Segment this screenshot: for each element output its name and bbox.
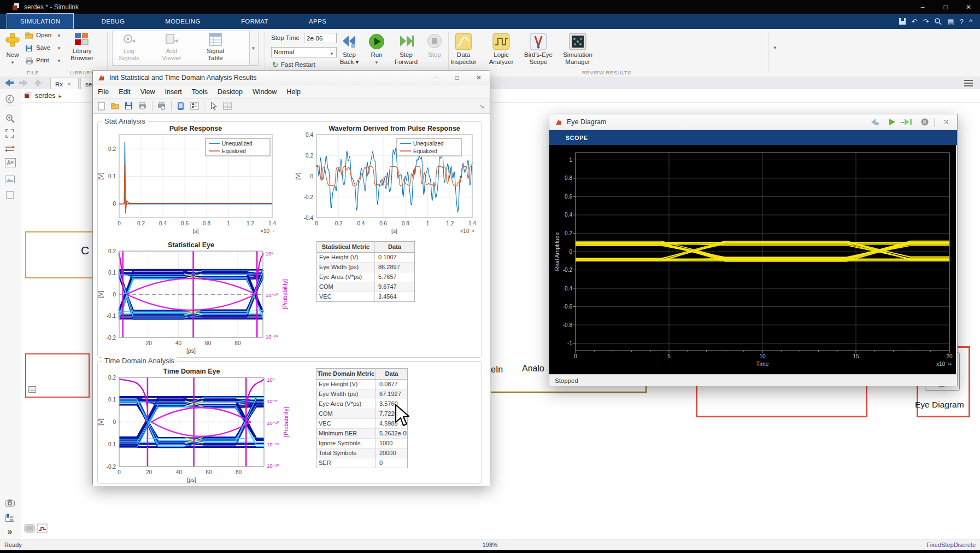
camera-icon[interactable] xyxy=(4,497,16,509)
forward-icon[interactable] xyxy=(19,79,28,87)
fit-to-view-icon[interactable] xyxy=(4,127,16,139)
tab-format[interactable]: FORMAT xyxy=(228,14,281,29)
breadcrumb-model[interactable]: serdes xyxy=(35,92,56,100)
run-icon[interactable] xyxy=(368,33,385,50)
table-row[interactable]: Eye Area (V*ps)3.5760 xyxy=(316,399,407,409)
table-row[interactable]: COM9.6747 xyxy=(317,282,414,292)
close-icon[interactable]: ✕ xyxy=(957,0,980,14)
redo-icon[interactable]: ↷ xyxy=(923,18,929,26)
collapse-ribbon-icon[interactable]: ^ xyxy=(969,18,972,26)
zoom-icon[interactable] xyxy=(4,112,16,124)
scope-step-back-icon[interactable] xyxy=(869,116,882,127)
add-viewer-button[interactable]: AddViewer xyxy=(150,48,193,62)
viewer-marks-icon[interactable] xyxy=(4,511,16,523)
print-preview-icon[interactable] xyxy=(157,102,166,110)
maximize-icon[interactable]: □ xyxy=(446,74,468,82)
menu-item-insert[interactable]: Insert xyxy=(160,88,187,96)
help-icon[interactable]: ? xyxy=(960,18,964,26)
log-signals-button[interactable]: LogSignals xyxy=(107,48,151,62)
table-row[interactable]: Statistical MetricData xyxy=(317,242,414,253)
table-row[interactable]: Eye Height (V)0.0877 xyxy=(316,380,407,389)
scope-stop-icon[interactable] xyxy=(918,116,931,127)
time-domain-metric-table[interactable]: Time Domain MetricDataEye Height (V)0.08… xyxy=(316,368,408,468)
menu-item-file[interactable]: File xyxy=(93,88,114,96)
save-figure-icon[interactable] xyxy=(125,102,133,110)
tab-close-icon[interactable]: ✕ xyxy=(67,82,72,87)
minimize-icon[interactable]: – xyxy=(911,0,934,14)
menu-item-desktop[interactable]: Desktop xyxy=(213,88,248,96)
table-row[interactable]: Eye Height (V)0.1007 xyxy=(317,253,414,263)
area-icon[interactable] xyxy=(4,189,16,201)
data-inspector-button[interactable]: DataInspector xyxy=(442,51,485,66)
new-figure-icon[interactable] xyxy=(97,102,106,110)
birds-eye-scope-button[interactable]: Bird's-EyeScope xyxy=(517,51,560,66)
analysis-window-titlebar[interactable]: Init Statistical and Time Domain Analysi… xyxy=(93,71,490,85)
step-forward-icon[interactable] xyxy=(398,34,414,49)
table-row[interactable]: Eye Width (ps)86.2897 xyxy=(317,263,414,272)
image-icon[interactable] xyxy=(4,173,16,185)
undo-icon[interactable]: ↶ xyxy=(912,18,918,26)
scope-help-icon[interactable]: ? xyxy=(938,116,952,127)
menu-item-tools[interactable]: Tools xyxy=(187,88,213,96)
back-icon[interactable] xyxy=(4,79,14,87)
new-model-icon[interactable] xyxy=(5,33,20,47)
menu-item-edit[interactable]: Edit xyxy=(114,88,136,96)
table-row[interactable]: Time Domain MetricData xyxy=(316,369,407,380)
search-icon[interactable] xyxy=(934,18,942,25)
breadcrumb-arrow-icon[interactable]: ▸ xyxy=(59,93,62,99)
tab-rx[interactable]: Rx✕ xyxy=(50,78,79,90)
minimize-icon[interactable]: – xyxy=(424,74,446,82)
table-row[interactable]: Total Symbols20000 xyxy=(316,449,407,458)
property-inspector-icon[interactable] xyxy=(177,102,185,110)
tab-list-icon[interactable] xyxy=(964,80,973,86)
expand-palette-icon[interactable]: » xyxy=(4,526,16,538)
canvas-corner-icons[interactable] xyxy=(24,523,48,535)
save-icon[interactable] xyxy=(899,18,906,25)
mode-select[interactable]: Normal▼ xyxy=(271,47,337,57)
table-row[interactable]: SER0 xyxy=(316,458,407,468)
stop-icon[interactable] xyxy=(427,33,442,49)
dock-figure-icon[interactable]: ↘ xyxy=(479,103,484,110)
menu-item-window[interactable]: Window xyxy=(248,88,281,96)
open-dropdown-icon[interactable]: ▼ xyxy=(57,33,61,38)
signal-table-button[interactable]: SignalTable xyxy=(193,48,237,62)
scope-step-forward-icon[interactable] xyxy=(902,116,915,127)
data-table-icon[interactable] xyxy=(223,102,232,110)
scope-tab[interactable]: SCOPE xyxy=(566,135,588,141)
tab-simulation[interactable]: SIMULATION xyxy=(7,13,74,29)
step-back-icon[interactable] xyxy=(341,34,357,49)
up-icon[interactable] xyxy=(34,79,42,87)
table-row[interactable]: COM7.7220 xyxy=(316,409,407,419)
hide-browser-icon[interactable] xyxy=(4,93,16,105)
tab-modeling[interactable]: MODELING xyxy=(152,14,214,29)
scope-run-icon[interactable] xyxy=(885,116,899,127)
pointer-icon[interactable] xyxy=(209,102,218,110)
print-figure-icon[interactable] xyxy=(138,102,147,110)
stop-time-input[interactable] xyxy=(304,33,337,43)
menu-item-view[interactable]: View xyxy=(136,88,160,96)
maximize-icon[interactable]: □ xyxy=(934,0,957,14)
close-icon[interactable]: ✕ xyxy=(468,74,490,82)
auto-arrange-icon[interactable] xyxy=(4,143,16,155)
save-button[interactable]: Save xyxy=(36,44,50,51)
library-browser-button[interactable]: LibraryBrowser xyxy=(60,48,104,62)
prepare-gallery-expand[interactable]: ▼ xyxy=(249,31,259,66)
status-solver[interactable]: FixedStepDiscrete xyxy=(926,542,976,548)
menu-item-help[interactable]: Help xyxy=(281,88,306,96)
table-row[interactable]: Ignore Symbols1000 xyxy=(316,439,407,449)
block-selected-bottom[interactable] xyxy=(696,383,867,417)
table-row[interactable]: Eye Area (V*ps)5.7657 xyxy=(317,272,414,282)
fast-restart-toggle[interactable]: Fast Restart xyxy=(281,61,315,68)
print-button[interactable]: Print xyxy=(36,57,49,63)
open-button[interactable]: Open xyxy=(36,32,51,38)
table-row[interactable]: Minimum BER5.2632e-05 xyxy=(316,429,407,439)
tab-debug[interactable]: DEBUG xyxy=(88,14,138,29)
layout-icon[interactable]: ▤ xyxy=(947,18,954,26)
statistical-metric-table[interactable]: Statistical MetricDataEye Height (V)0.10… xyxy=(316,241,415,302)
plot-browser-icon[interactable] xyxy=(190,102,199,110)
table-row[interactable]: VEC3.4564 xyxy=(317,292,414,301)
table-row[interactable]: Eye Width (ps)67.1927 xyxy=(316,389,407,399)
open-file-icon[interactable] xyxy=(111,102,120,110)
annotation-icon[interactable]: A≡ xyxy=(5,158,16,167)
table-row[interactable]: VEC4.5985 xyxy=(316,419,407,429)
